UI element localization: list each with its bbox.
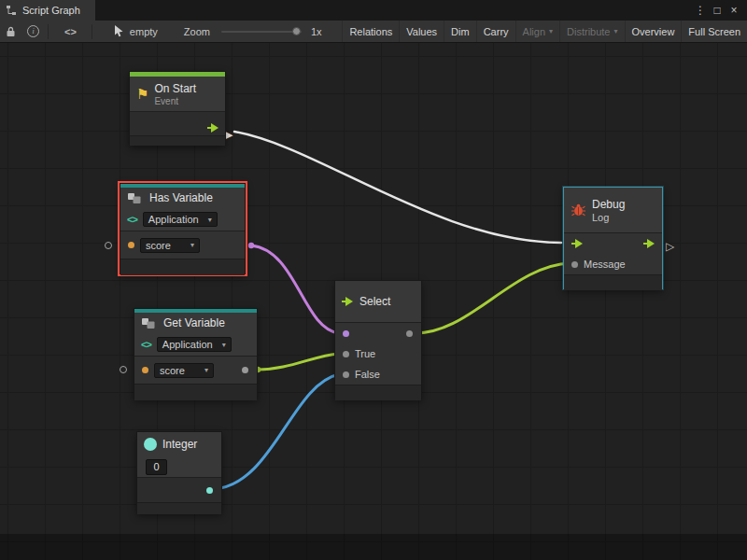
toolbar-divider <box>48 24 49 39</box>
flag-icon: ⚑ <box>136 87 148 101</box>
lock-icon[interactable] <box>0 21 21 42</box>
node-debug-log[interactable]: Debug Log Message <box>563 187 663 289</box>
window-controls: ⋮ □ × <box>693 0 747 21</box>
toolbar-buttons: Relations Values Dim Carry Align Distrib… <box>342 21 747 42</box>
node-title: Get Variable <box>163 316 225 329</box>
variable-name-port[interactable] <box>128 242 134 248</box>
node-on-start[interactable]: ⚑ On Start Event <box>129 71 226 146</box>
graph-icon <box>6 5 17 16</box>
variable-dropdown[interactable]: score <box>140 238 200 253</box>
code-view-icon[interactable] <box>59 21 82 42</box>
scope-dropdown[interactable]: Application <box>143 212 218 227</box>
close-icon[interactable]: × <box>726 4 741 17</box>
tab-title: Script Graph <box>22 5 80 16</box>
node-title: Has Variable <box>149 191 213 204</box>
info-icon[interactable] <box>21 21 45 42</box>
condition-input-port[interactable] <box>343 330 349 337</box>
zoom-value: 1x <box>311 26 322 37</box>
true-input-port[interactable] <box>343 351 349 357</box>
integer-icon <box>144 438 157 451</box>
zoom-slider[interactable] <box>221 31 302 33</box>
full-screen-button[interactable]: Full Screen <box>681 21 747 42</box>
integer-output-port[interactable] <box>206 487 213 494</box>
values-button[interactable]: Values <box>399 21 444 42</box>
true-port-label: True <box>355 348 375 359</box>
node-subtitle: Log <box>592 212 625 223</box>
node-title: Integer <box>162 438 197 451</box>
carry-button[interactable]: Carry <box>476 21 515 42</box>
get-variable-object-port[interactable] <box>120 366 127 373</box>
integer-value-field[interactable]: 0 <box>146 459 167 475</box>
canvas-bottom-edge <box>0 534 747 560</box>
select-icon <box>342 297 354 306</box>
menu-icon[interactable]: ⋮ <box>693 4 708 17</box>
selection-output-port[interactable] <box>406 330 413 337</box>
node-title: On Start <box>154 82 196 95</box>
tab-script-graph[interactable]: Script Graph <box>0 0 95 21</box>
false-port-label: False <box>355 369 380 380</box>
variable-dropdown[interactable]: score <box>154 363 214 378</box>
selection-status: empty <box>130 26 158 37</box>
graph-toolbar: empty Zoom 1x Relations Values Dim Carry… <box>0 21 747 43</box>
maximize-icon[interactable]: □ <box>710 4 725 17</box>
zoom-label: Zoom <box>184 26 210 37</box>
message-input-port[interactable] <box>571 261 578 268</box>
align-dropdown[interactable]: Align <box>515 21 559 42</box>
node-subtitle: Event <box>154 96 196 106</box>
unconnected-flow-port[interactable] <box>666 238 674 253</box>
overview-button[interactable]: Overview <box>625 21 682 42</box>
toolbar-divider <box>92 24 92 39</box>
variable-value: score <box>146 240 171 251</box>
variable-value: score <box>160 365 185 376</box>
flow-input-port[interactable] <box>571 239 584 248</box>
flow-output-port[interactable] <box>207 123 219 133</box>
node-get-variable[interactable]: Get Variable <> Application score <box>134 308 258 399</box>
node-select[interactable]: Select True False <box>334 280 422 399</box>
variables-icon <box>127 192 144 204</box>
code-icon: <> <box>141 339 151 350</box>
window-tab-bar: Script Graph ⋮ □ × <box>0 0 747 21</box>
flow-output-port[interactable] <box>643 239 655 248</box>
wire-start-arrow-icon <box>225 126 233 141</box>
scope-dropdown[interactable]: Application <box>157 337 232 352</box>
code-icon: <> <box>127 214 137 225</box>
scope-value: Application <box>148 214 199 225</box>
has-variable-object-port[interactable] <box>105 242 112 249</box>
value-output-port[interactable] <box>242 367 248 373</box>
false-input-port[interactable] <box>343 371 349 378</box>
distribute-dropdown[interactable]: Distribute <box>559 21 624 42</box>
node-has-variable[interactable]: Has Variable <> Application score <box>120 183 246 274</box>
node-title: Debug <box>592 198 625 211</box>
bug-icon <box>571 203 586 217</box>
node-title: Select <box>359 295 390 308</box>
node-integer[interactable]: Integer 0 <box>136 431 222 513</box>
variable-name-port[interactable] <box>142 367 148 373</box>
dim-button[interactable]: Dim <box>444 21 476 42</box>
zoom-slider-handle[interactable] <box>292 27 301 35</box>
relations-button[interactable]: Relations <box>342 21 399 42</box>
selection-cursor-icon <box>108 21 126 42</box>
message-port-label: Message <box>584 259 626 270</box>
scope-value: Application <box>162 339 213 350</box>
variables-icon <box>141 317 158 329</box>
